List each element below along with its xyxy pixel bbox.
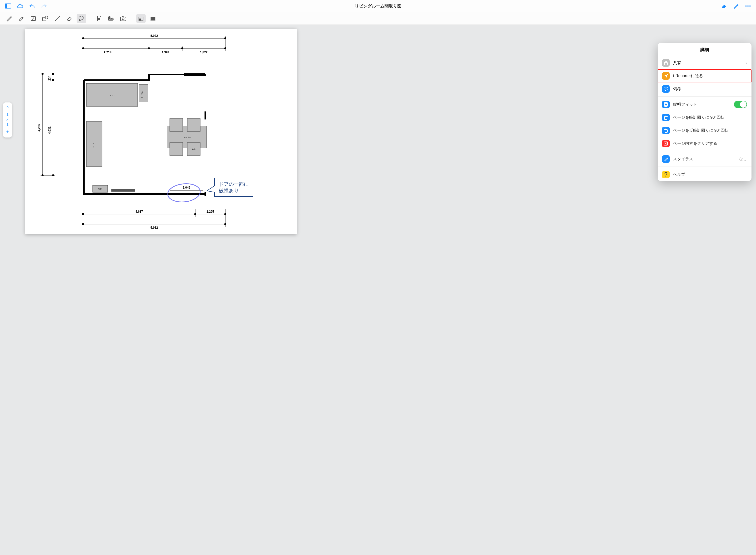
svg-text:ソファ: ソファ: [93, 143, 94, 148]
svg-text:4,637: 4,637: [135, 210, 143, 213]
text-tool-icon[interactable]: A: [29, 14, 38, 23]
svg-text:4,265: 4,265: [37, 124, 41, 131]
svg-point-48: [52, 174, 54, 176]
svg-text:ソファ: ソファ: [109, 94, 115, 96]
menu-rotate-cw[interactable]: ページを時計回りに 90°回転: [658, 111, 752, 124]
svg-text:1,392: 1,392: [162, 51, 169, 54]
line-tool-icon[interactable]: [53, 14, 62, 23]
svg-point-17: [110, 16, 111, 17]
svg-text:1,295: 1,295: [206, 210, 214, 213]
svg-rect-63: [111, 189, 135, 191]
svg-text:2,718: 2,718: [104, 51, 111, 54]
redo-icon[interactable]: [41, 2, 48, 9]
menu-note[interactable]: 備考: [658, 82, 752, 95]
crop-full-icon[interactable]: [148, 14, 158, 23]
more-icon[interactable]: [745, 2, 752, 9]
svg-rect-52: [184, 73, 205, 76]
svg-rect-67: [187, 119, 200, 131]
lasso-tool-icon[interactable]: [77, 14, 86, 23]
highlighter-tool-icon[interactable]: [16, 14, 26, 23]
svg-point-10: [55, 20, 56, 21]
svg-line-9: [55, 16, 59, 20]
annotation-line1: ドアの一部に: [219, 181, 249, 187]
pager-add-icon[interactable]: ＋: [5, 128, 10, 135]
cloud-icon[interactable]: [16, 2, 23, 9]
svg-marker-88: [207, 185, 215, 193]
annotation-callout: ドアの一部に 破損あり: [214, 178, 253, 197]
titlebar: リビングルーム間取り図: [0, 0, 756, 12]
svg-point-30: [82, 47, 84, 49]
page[interactable]: 5,932 2,718 2,718 1,392 1,822: [25, 29, 297, 234]
pager-up-icon[interactable]: ⌃: [6, 105, 9, 112]
menu-share[interactable]: 共有 ›: [658, 56, 752, 69]
svg-rect-94: [664, 117, 667, 120]
svg-rect-68: [170, 142, 183, 156]
sidebar-toggle-icon[interactable]: [4, 2, 11, 9]
eraser-tool-icon[interactable]: [64, 14, 74, 23]
fit-toggle[interactable]: [734, 101, 747, 108]
pen-tool-icon[interactable]: [4, 14, 14, 23]
dim-total-top: 5,932: [150, 34, 158, 38]
svg-text:5,932: 5,932: [150, 226, 158, 229]
pager[interactable]: ⌃ 1 ⁄ 1 ＋: [3, 102, 12, 137]
shape-tool-icon[interactable]: [41, 14, 50, 23]
annotation-line2: 破損あり: [219, 187, 249, 194]
svg-rect-21: [139, 18, 141, 20]
document-title: リビングルーム間取り図: [355, 3, 401, 9]
svg-point-4: [750, 5, 751, 7]
menu-send-to-ireporter[interactable]: i-Reporterに送る: [658, 69, 752, 82]
svg-text:収納: 収納: [98, 188, 102, 190]
undo-icon[interactable]: [29, 2, 36, 9]
svg-point-12: [79, 16, 84, 20]
menu-fit-vertical[interactable]: 縦幅フィット: [658, 96, 752, 111]
canvas[interactable]: 5,932 2,718 2,718 1,392 1,822: [0, 25, 756, 555]
menu-stylus[interactable]: スタイラス なし: [658, 151, 752, 166]
svg-rect-95: [665, 129, 667, 132]
svg-text:椅子: 椅子: [192, 148, 195, 150]
svg-point-3: [748, 5, 749, 7]
image-tool-icon[interactable]: [106, 14, 116, 23]
svg-text:A: A: [32, 17, 35, 20]
svg-point-33: [224, 47, 226, 49]
svg-rect-23: [151, 17, 155, 20]
svg-point-2: [746, 5, 747, 7]
popover-title: 詳細: [658, 43, 752, 56]
svg-point-85: [224, 223, 226, 225]
eraser-header-icon[interactable]: [720, 2, 727, 9]
menu-rotate-ccw[interactable]: ページを反時計回りに 90°回転: [658, 124, 752, 137]
svg-rect-66: [170, 119, 183, 131]
svg-text:1,045: 1,045: [183, 186, 190, 189]
svg-rect-90: [664, 87, 668, 90]
pager-total: 1: [6, 123, 9, 127]
svg-point-47: [52, 79, 54, 81]
more-popover: 詳細 共有 › i-Reporterに送る 備考 縦幅フィット: [658, 43, 752, 181]
svg-text:234: 234: [48, 76, 51, 81]
stylus-state: なし: [739, 157, 747, 162]
svg-rect-57: [139, 84, 148, 102]
pager-current: 1: [6, 113, 9, 117]
svg-point-84: [82, 223, 84, 225]
svg-text:1,822: 1,822: [200, 51, 207, 54]
floor-plan-drawing: 5,932 2,718 2,718 1,392 1,822: [25, 29, 297, 234]
chevron-right-icon: ›: [746, 60, 747, 66]
toolbar: A: [0, 12, 756, 25]
svg-point-97: [666, 176, 666, 177]
menu-clear-page[interactable]: ページ内容をクリアする: [658, 137, 752, 150]
svg-point-46: [52, 73, 54, 75]
svg-text:テーブル: テーブル: [141, 91, 143, 98]
svg-text:4,031: 4,031: [48, 126, 51, 134]
svg-point-19: [122, 18, 124, 20]
menu-help[interactable]: ヘルプ: [658, 167, 752, 181]
svg-text:テーブル: テーブル: [184, 136, 191, 138]
crop-partial-icon[interactable]: [136, 14, 146, 23]
svg-point-11: [59, 16, 60, 17]
pen-header-icon[interactable]: [733, 2, 740, 9]
camera-tool-icon[interactable]: [119, 14, 128, 23]
document-tool-icon[interactable]: [94, 14, 104, 23]
svg-point-87: [167, 182, 201, 203]
svg-rect-1: [5, 4, 7, 8]
